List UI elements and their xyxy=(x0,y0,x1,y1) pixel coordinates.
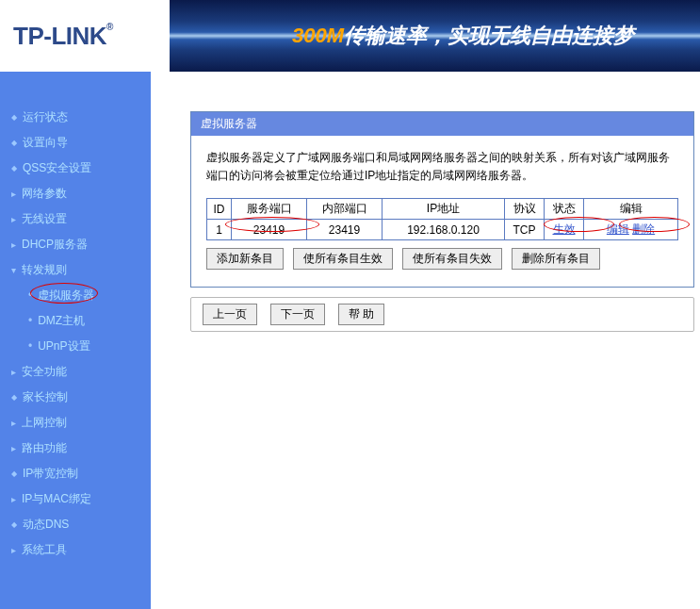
virtual-server-panel: 虚拟服务器 虚拟服务器定义了广域网服务端口和局域网网络服务器之间的映射关系，所有… xyxy=(190,111,694,288)
pager: 上一页 下一页 帮 助 xyxy=(190,297,694,332)
col-service-port: 服务端口 xyxy=(232,199,307,220)
cell-service-port: 23419 xyxy=(232,220,307,240)
status-link[interactable]: 生效 xyxy=(553,222,576,236)
virtual-server-table: ID 服务端口 内部端口 IP地址 协议 状态 编辑 1234192341919… xyxy=(206,198,678,240)
nav-item[interactable]: 系统工具 xyxy=(0,537,151,563)
enable-all-button[interactable]: 使所有条目生效 xyxy=(293,248,393,270)
cell-id: 1 xyxy=(207,220,232,240)
nav-item[interactable]: 上网控制 xyxy=(0,410,151,436)
nav-item[interactable]: QSS安全设置 xyxy=(0,156,151,181)
next-page-button[interactable]: 下一页 xyxy=(270,304,325,325)
table-row: 12341923419192.168.0.120TCP生效编辑 删除 xyxy=(207,220,678,240)
sidebar: 运行状态设置向导QSS安全设置网络参数无线设置DHCP服务器转发规则虚拟服务器D… xyxy=(0,72,151,609)
content: 虚拟服务器 虚拟服务器定义了广域网服务端口和局域网网络服务器之间的映射关系，所有… xyxy=(151,72,700,609)
nav-item[interactable]: 安全功能 xyxy=(0,359,151,385)
banner-slogan: 300M传输速率，实现无线自由连接梦 xyxy=(292,22,634,50)
nav-item[interactable]: 运行状态 xyxy=(0,105,151,130)
col-proto: 协议 xyxy=(505,199,545,220)
col-edit: 编辑 xyxy=(584,199,678,220)
delete-all-button[interactable]: 删除所有条目 xyxy=(512,248,600,270)
nav-sub-item[interactable]: UPnP设置 xyxy=(0,334,151,359)
banner-right: 300M传输速率，实现无线自由连接梦 xyxy=(170,0,700,72)
nav-item[interactable]: 转发规则 xyxy=(0,257,151,283)
cell-edit: 编辑 删除 xyxy=(584,220,678,240)
panel-description: 虚拟服务器定义了广域网服务端口和局域网网络服务器之间的映射关系，所有对该广域网服… xyxy=(206,149,678,185)
nav-item[interactable]: 家长控制 xyxy=(0,385,151,410)
nav-item[interactable]: IP与MAC绑定 xyxy=(0,486,151,512)
disable-all-button[interactable]: 使所有条目失效 xyxy=(402,248,502,270)
logo: TP-LINK® xyxy=(13,22,113,51)
logo-area: TP-LINK® xyxy=(0,0,170,72)
cell-internal-port: 23419 xyxy=(307,220,383,240)
col-ip: IP地址 xyxy=(383,199,505,220)
cell-ip: 192.168.0.120 xyxy=(383,220,505,240)
add-entry-button[interactable]: 添加新条目 xyxy=(206,248,284,270)
nav-sub-item[interactable]: DMZ主机 xyxy=(0,308,151,334)
nav-item[interactable]: 动态DNS xyxy=(0,512,151,537)
delete-link[interactable]: 删除 xyxy=(632,222,655,236)
cell-proto: TCP xyxy=(505,220,545,240)
help-button[interactable]: 帮 助 xyxy=(338,304,384,325)
top-banner: TP-LINK® 300M传输速率，实现无线自由连接梦 xyxy=(0,0,700,72)
prev-page-button[interactable]: 上一页 xyxy=(203,304,257,325)
edit-link[interactable]: 编辑 xyxy=(607,222,629,236)
nav-item[interactable]: 路由功能 xyxy=(0,436,151,461)
cell-status: 生效 xyxy=(545,220,584,240)
nav-item[interactable]: IP带宽控制 xyxy=(0,461,151,486)
nav-item[interactable]: 无线设置 xyxy=(0,206,151,232)
col-status: 状态 xyxy=(545,199,584,220)
panel-title: 虚拟服务器 xyxy=(191,112,693,136)
col-internal-port: 内部端口 xyxy=(307,199,383,220)
nav-item[interactable]: 网络参数 xyxy=(0,181,151,206)
nav-item[interactable]: DHCP服务器 xyxy=(0,232,151,257)
action-button-row: 添加新条目 使所有条目生效 使所有条目失效 删除所有条目 xyxy=(206,248,678,270)
nav-sub-item[interactable]: 虚拟服务器 xyxy=(0,283,151,308)
nav-item[interactable]: 设置向导 xyxy=(0,130,151,156)
col-id: ID xyxy=(207,199,232,220)
